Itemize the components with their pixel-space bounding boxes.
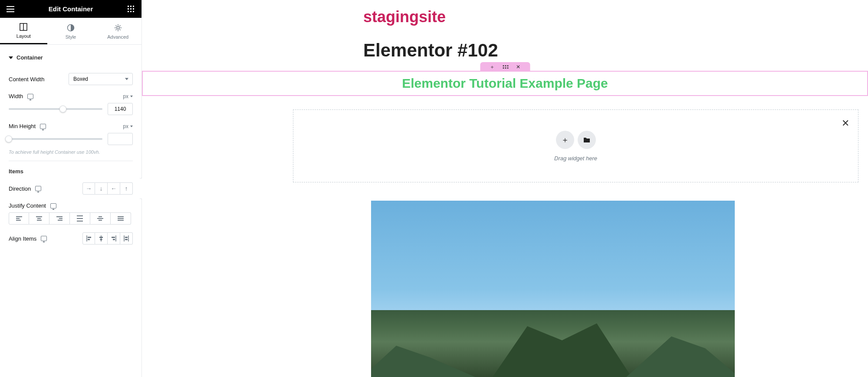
template-library-button[interactable] [578, 131, 596, 149]
selected-container[interactable]: ＋ ✕ Elementor Tutorial Example Page [142, 71, 868, 96]
image-widget[interactable] [371, 201, 735, 377]
justify-start-button[interactable] [9, 212, 29, 225]
direction-buttons: → ↓ ← ↑ [82, 182, 133, 195]
heading-widget[interactable]: Elementor Tutorial Example Page [402, 76, 608, 91]
device-desktop-icon[interactable] [40, 124, 46, 129]
align-start-icon [86, 235, 92, 241]
align-items-label: Align Items [9, 235, 36, 242]
justify-center-icon [36, 216, 42, 221]
align-center-button[interactable] [95, 232, 108, 245]
justify-space-evenly-icon [118, 216, 124, 221]
control-justify-content: Justify Content [9, 202, 133, 209]
direction-column-button[interactable]: ↓ [95, 182, 108, 195]
svg-rect-5 [133, 8, 134, 10]
device-desktop-icon[interactable] [35, 186, 41, 191]
align-items-buttons [82, 232, 133, 245]
tab-layout[interactable]: Layout [0, 18, 47, 44]
caret-down-icon [9, 56, 13, 59]
svg-rect-3 [128, 8, 129, 10]
svg-rect-18 [100, 239, 102, 240]
align-start-button[interactable] [82, 232, 95, 245]
min-height-slider-row [9, 133, 133, 145]
justify-space-around-icon [97, 216, 103, 221]
panel-body: Container Content Width Width px [0, 45, 141, 377]
tab-advanced-label: Advanced [107, 34, 128, 40]
sidebar-title: Edit Container [15, 5, 127, 13]
min-height-slider-thumb[interactable] [5, 136, 12, 142]
direction-row-reverse-button[interactable]: ← [108, 182, 120, 195]
empty-drop-zone[interactable]: ✕ ＋ Drag widget here [293, 109, 858, 182]
width-slider-thumb[interactable] [59, 106, 66, 112]
svg-rect-8 [133, 11, 134, 12]
drag-handle-icon[interactable] [503, 65, 508, 69]
delete-section-icon[interactable]: ✕ [516, 64, 520, 70]
section-container-toggle[interactable]: Container [9, 50, 133, 65]
arrow-right-icon: → [86, 185, 92, 192]
tab-advanced[interactable]: Advanced [94, 18, 141, 44]
min-height-unit-select[interactable]: px [123, 123, 133, 129]
justify-center-button[interactable] [29, 212, 49, 225]
svg-rect-7 [130, 11, 132, 12]
justify-space-between-button[interactable] [70, 212, 90, 225]
control-content-width: Content Width [9, 73, 133, 85]
arrow-up-icon: ↑ [125, 185, 128, 192]
svg-rect-14 [88, 237, 91, 238]
min-height-help-text: To achieve full height Container use 100… [9, 149, 133, 161]
device-desktop-icon[interactable] [50, 203, 56, 208]
arrow-left-icon: ← [111, 185, 117, 192]
content-width-label: Content Width [9, 76, 44, 83]
svg-rect-24 [125, 237, 128, 238]
direction-row-button[interactable]: → [82, 182, 95, 195]
menu-icon[interactable] [6, 5, 15, 13]
device-desktop-icon[interactable] [41, 236, 47, 241]
sidebar-header: Edit Container [0, 0, 141, 18]
svg-point-12 [117, 26, 119, 29]
device-desktop-icon[interactable] [27, 94, 33, 99]
arrow-down-icon: ↓ [100, 185, 103, 192]
width-input[interactable] [108, 103, 133, 115]
editor-sidebar: Edit Container Layout Style Advanced C [0, 0, 142, 377]
drop-zone-buttons: ＋ [556, 131, 596, 149]
control-align-items: Align Items [9, 232, 133, 245]
svg-rect-2 [133, 6, 134, 7]
add-widget-button[interactable]: ＋ [556, 131, 574, 149]
items-section-label: Items [9, 168, 133, 175]
add-section-icon[interactable]: ＋ [490, 63, 495, 71]
justify-buttons [9, 212, 133, 225]
width-slider[interactable] [9, 108, 102, 110]
align-stretch-icon [123, 235, 129, 241]
content-width-select[interactable] [69, 73, 133, 85]
tab-style[interactable]: Style [47, 18, 95, 44]
justify-end-button[interactable] [49, 212, 70, 225]
tab-style-label: Style [66, 34, 76, 40]
svg-rect-0 [128, 6, 129, 7]
align-center-icon [98, 235, 104, 241]
site-title[interactable]: stagingsite [363, 8, 446, 26]
direction-column-reverse-button[interactable]: ↑ [120, 182, 133, 195]
svg-rect-25 [125, 239, 128, 240]
chevron-down-icon [130, 126, 133, 127]
min-height-slider[interactable] [9, 138, 102, 140]
editor-canvas: stagingsite Elementor #102 ＋ ✕ Elementor… [142, 0, 868, 377]
svg-rect-17 [99, 237, 103, 238]
width-slider-row [9, 103, 133, 115]
justify-label: Justify Content [9, 202, 46, 209]
close-icon[interactable]: ✕ [842, 118, 849, 129]
svg-rect-20 [112, 237, 115, 238]
min-height-label: Min Height [9, 123, 36, 129]
justify-space-around-button[interactable] [90, 212, 111, 225]
control-min-height: Min Height px [9, 123, 133, 129]
justify-space-evenly-button[interactable] [111, 212, 131, 225]
direction-label: Direction [9, 185, 31, 192]
align-end-button[interactable] [108, 232, 120, 245]
width-unit-select[interactable]: px [123, 93, 133, 99]
svg-rect-4 [130, 8, 132, 10]
justify-space-between-icon [77, 215, 83, 222]
align-stretch-button[interactable] [120, 232, 133, 245]
justify-start-icon [16, 216, 22, 221]
apps-icon[interactable] [127, 5, 135, 13]
svg-rect-1 [130, 6, 132, 7]
svg-rect-6 [128, 11, 129, 12]
svg-rect-15 [88, 239, 90, 240]
min-height-input[interactable] [108, 133, 133, 145]
